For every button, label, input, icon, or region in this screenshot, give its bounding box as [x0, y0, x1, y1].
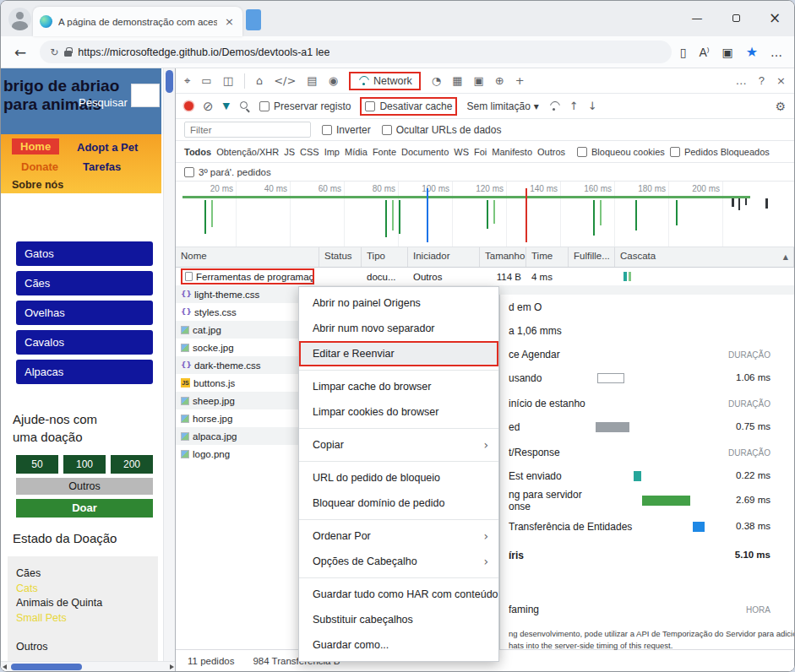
- type-filter-img[interactable]: Imp: [324, 147, 340, 157]
- sources-panel-icon[interactable]: </>: [274, 74, 296, 87]
- console-panel-icon[interactable]: ▤: [307, 74, 317, 87]
- menu-item-edit-and-resend[interactable]: Editar e Reenviar: [299, 341, 498, 366]
- type-filter-font[interactable]: Fonte: [373, 147, 396, 157]
- nav-item-home[interactable]: Home: [12, 138, 59, 154]
- tab-network[interactable]: Network: [349, 72, 421, 90]
- preserve-log-checkbox[interactable]: Preservar registo: [259, 100, 351, 112]
- site-search-input[interactable]: [131, 84, 160, 107]
- browser-menu-icon[interactable]: …: [770, 46, 782, 59]
- type-filter-wasm[interactable]: Foi: [474, 147, 487, 157]
- category-button-alpacas[interactable]: Alpacas: [16, 360, 153, 384]
- type-filter-media[interactable]: Mídia: [345, 147, 368, 157]
- menu-item-open-in-new-tab[interactable]: Abrir num novo separador: [299, 316, 498, 341]
- clear-log-icon[interactable]: ⊘: [203, 99, 214, 114]
- disable-cache-checkbox[interactable]: Desativar cache: [360, 97, 457, 116]
- donate-button[interactable]: Doar: [16, 499, 153, 518]
- menu-item-save-har[interactable]: Guardar tudo como HAR com conteúdo: [299, 582, 498, 607]
- type-filter-other[interactable]: Outros: [537, 147, 565, 157]
- type-filter-js[interactable]: JS: [284, 147, 295, 157]
- blocked-cookies-checkbox[interactable]: Bloqueou cookies: [577, 147, 665, 157]
- checkbox-icon[interactable]: [670, 147, 680, 157]
- more-tools-icon[interactable]: …: [736, 74, 747, 87]
- vertical-scrollbar-thumb[interactable]: [166, 70, 173, 93]
- filter-input[interactable]: [184, 122, 311, 138]
- donate-200-button[interactable]: 200: [111, 455, 153, 474]
- nav-item-adopt[interactable]: Adopt a Pet: [77, 141, 138, 154]
- donate-other-field[interactable]: Outros: [16, 478, 153, 495]
- back-button[interactable]: ←: [9, 44, 31, 61]
- column-header-name[interactable]: Nome: [176, 247, 319, 267]
- column-header-time[interactable]: Time: [526, 247, 569, 267]
- page-vertical-scrollbar[interactable]: [163, 68, 175, 661]
- menu-item-block-request-domain[interactable]: Bloquear domínio de pedido: [299, 490, 498, 516]
- favorites-star-icon[interactable]: ★: [746, 44, 758, 60]
- collections-icon[interactable]: ▣: [721, 46, 732, 59]
- category-button-cats[interactable]: Gatos: [16, 241, 153, 266]
- table-row-document[interactable]: Ferramentas de programação I docu... Out…: [176, 268, 794, 285]
- menu-item-open-in-sources[interactable]: Abrir no painel Origens: [299, 290, 498, 316]
- category-button-horses[interactable]: Cavalos: [16, 330, 153, 355]
- refresh-icon[interactable]: ↻: [50, 46, 58, 58]
- minimize-button[interactable]: —: [678, 1, 716, 35]
- dock-side-icon[interactable]: ◫: [223, 74, 233, 87]
- checkbox-icon[interactable]: [322, 125, 332, 135]
- sort-ascending-icon[interactable]: ▲: [783, 253, 788, 261]
- export-har-icon[interactable]: ↓: [588, 100, 597, 112]
- address-bar[interactable]: ↻ https://microsoftedge.github.io/Demos/…: [40, 41, 671, 63]
- close-window-button[interactable]: ×: [755, 1, 794, 35]
- type-filter-css[interactable]: CSS: [300, 147, 319, 157]
- page-horizontal-scrollbar[interactable]: [1, 661, 176, 671]
- menu-item-sort-by[interactable]: Ordenar Por ›: [299, 523, 498, 549]
- menu-item-block-request-url[interactable]: URL do pedido de bloqueio: [299, 465, 498, 490]
- import-har-icon[interactable]: ↑: [569, 100, 579, 112]
- menu-item-clear-cache[interactable]: Limpar cache do browser: [299, 374, 498, 399]
- nav-item-donate[interactable]: Donate: [21, 160, 58, 173]
- type-filter-xhr[interactable]: Obtenção/XHR: [216, 147, 279, 157]
- checkbox-icon[interactable]: [184, 167, 194, 177]
- column-header-size[interactable]: Tamanho: [480, 247, 526, 267]
- inspect-icon[interactable]: ⌖: [184, 74, 190, 88]
- home-panel-icon[interactable]: ⌂: [256, 74, 263, 87]
- donate-50-button[interactable]: 50: [16, 455, 58, 474]
- security-panel-icon[interactable]: ⊕: [495, 74, 504, 87]
- nav-item-about[interactable]: Sobre nós: [12, 179, 63, 191]
- device-emulation-icon[interactable]: ▭: [201, 74, 211, 87]
- search-icon[interactable]: [239, 100, 250, 111]
- performance-panel-icon[interactable]: ◔: [432, 74, 441, 87]
- checkbox-icon[interactable]: [382, 125, 392, 135]
- column-header-status[interactable]: Status: [319, 247, 362, 267]
- category-button-dogs[interactable]: Cães: [16, 271, 153, 295]
- column-header-type[interactable]: Tipo: [362, 247, 408, 267]
- menu-item-copy[interactable]: Copiar ›: [299, 432, 498, 458]
- checkbox-icon[interactable]: [259, 101, 270, 111]
- column-header-waterfall[interactable]: Cascata ▲: [615, 247, 794, 267]
- scroll-right-arrow-icon[interactable]: [170, 664, 174, 669]
- hide-data-urls-checkbox[interactable]: Ocultar URLs de dados: [382, 124, 502, 136]
- close-devtools-icon[interactable]: ×: [776, 74, 786, 87]
- type-filter-all[interactable]: Todos: [184, 147, 211, 157]
- tab-close-icon[interactable]: ×: [223, 15, 236, 28]
- record-icon[interactable]: [184, 101, 193, 111]
- profile-avatar-icon[interactable]: [8, 8, 31, 30]
- donate-100-button[interactable]: 100: [63, 455, 106, 474]
- filter-funnel-icon[interactable]: ▼: [223, 100, 230, 111]
- category-button-sheep[interactable]: Ovelhas: [16, 301, 153, 325]
- column-header-fulfilled[interactable]: Fulfille...: [569, 247, 615, 267]
- checkbox-icon[interactable]: [577, 147, 587, 157]
- scroll-left-arrow-icon[interactable]: [3, 664, 7, 669]
- nav-item-tasks[interactable]: Tarefas: [83, 160, 121, 173]
- memory-panel-icon[interactable]: ▦: [452, 74, 462, 87]
- application-panel-icon[interactable]: ▣: [473, 74, 483, 87]
- horizontal-scrollbar-thumb[interactable]: [11, 664, 82, 670]
- type-filter-doc[interactable]: Documento: [401, 147, 449, 157]
- maximize-button[interactable]: [716, 1, 755, 35]
- menu-item-header-options[interactable]: Opções de Cabeçalho ›: [299, 549, 498, 574]
- help-icon[interactable]: ?: [759, 74, 765, 87]
- network-overview-timeline[interactable]: 20 ms 40 ms 60 ms 80 ms 100 ms 120 ms 14…: [176, 182, 794, 247]
- split-screen-icon[interactable]: ▯: [680, 46, 687, 59]
- column-header-initiator[interactable]: Iniciador: [408, 247, 480, 267]
- issues-panel-icon[interactable]: ◉: [329, 74, 338, 87]
- type-filter-ws[interactable]: WS: [454, 147, 469, 157]
- menu-item-save-as[interactable]: Guardar como...: [299, 632, 498, 658]
- network-conditions-icon[interactable]: [548, 101, 560, 111]
